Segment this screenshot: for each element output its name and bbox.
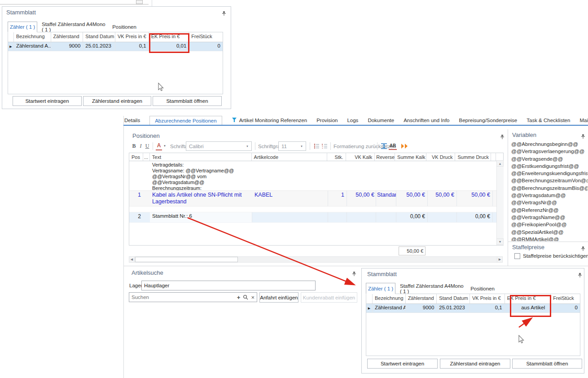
chevron-down-icon[interactable]: ▼ bbox=[300, 145, 303, 148]
tab-positionen[interactable]: Positionen bbox=[470, 284, 495, 293]
column-header[interactable]: Zählerstand bbox=[406, 294, 437, 303]
chevron-down-icon[interactable]: ▼ bbox=[246, 145, 249, 148]
cell-text[interactable]: Vertragdetails: Vertragsname: @@Vertragn… bbox=[150, 161, 252, 190]
cell-summe-druck[interactable]: 50,00 € bbox=[457, 191, 493, 206]
table-row[interactable]: ▶ Zählerstand A... 9000 25.01.2023 0,1 0… bbox=[8, 42, 223, 51]
bold-button[interactable]: B bbox=[131, 141, 137, 150]
cell-stk[interactable] bbox=[328, 212, 347, 222]
cell-stand-datum[interactable]: 25.01.2023 bbox=[437, 304, 470, 312]
pin-icon[interactable] bbox=[500, 133, 505, 141]
anfahrt-einfuegen-button[interactable]: Anfahrt einfügen bbox=[259, 292, 298, 303]
tab-anschriften-und-info[interactable]: Anschriften und Info bbox=[404, 116, 449, 125]
column-header[interactable]: Summe Kalk bbox=[395, 153, 426, 161]
list-item[interactable]: @@VertragsName@@ bbox=[511, 214, 588, 221]
stammblatt-oeffnen-button[interactable]: Stammblatt öffnen bbox=[153, 96, 222, 106]
column-header[interactable]: FreiStück bbox=[189, 32, 223, 42]
cell-reverse[interactable] bbox=[376, 212, 396, 222]
tab-zaehler[interactable]: Zähler ( 1 ) bbox=[366, 283, 395, 294]
cell-freistueck[interactable]: 0 bbox=[189, 42, 223, 51]
column-header[interactable]: Pos bbox=[129, 153, 143, 161]
scroll-left-icon[interactable]: ◀ bbox=[129, 256, 135, 263]
partial-dropdown-button[interactable] bbox=[136, 0, 143, 4]
cell-freistueck[interactable]: 0 bbox=[551, 304, 580, 312]
tab-staffel[interactable]: Staffel Zählerstand A4Mono ( 1 ) bbox=[42, 22, 105, 31]
list-item[interactable]: @@BerechnungszeitraumBis@@ bbox=[511, 185, 588, 192]
column-header[interactable]: ... bbox=[143, 153, 150, 161]
tab-staffel[interactable]: Staffel Zählerstand A4Mono ( 1 ) bbox=[400, 284, 464, 293]
ab-format-button[interactable]: AB bbox=[389, 142, 397, 150]
list-item[interactable]: @@Vertragsdatum@@ bbox=[511, 192, 588, 199]
cell-summe-kalk[interactable]: 0,00 € bbox=[396, 212, 428, 222]
cell-text[interactable]: Stammblatt Nr.: 6 bbox=[150, 212, 252, 222]
vertical-scrollbar[interactable] bbox=[496, 160, 504, 245]
bullet-list-icon[interactable] bbox=[313, 142, 320, 149]
cell-artikelcode[interactable] bbox=[252, 212, 328, 222]
list-item[interactable]: @@VertragsNr@@ bbox=[511, 199, 588, 206]
cell-reverse[interactable]: Standard bbox=[376, 191, 396, 206]
tab-task-checklisten[interactable]: Task & Checklisten bbox=[527, 116, 570, 125]
cell-bezeichnung[interactable]: Zählerstand A... bbox=[14, 42, 51, 51]
staffelpreise-checkbox[interactable] bbox=[514, 253, 520, 259]
scrollbar-thumb[interactable] bbox=[135, 257, 238, 262]
column-header[interactable]: Stand Datum bbox=[83, 32, 115, 42]
list-item[interactable]: @@Erweiterungskuendigungsfrist@@ bbox=[511, 170, 588, 177]
pin-icon[interactable] bbox=[581, 133, 585, 141]
schriftgrad-combobox[interactable]: 11 ▼ bbox=[278, 141, 306, 151]
column-header[interactable]: Stk. bbox=[327, 153, 346, 161]
cell-stand-datum[interactable]: 25.01.2023 bbox=[83, 42, 115, 51]
scroll-up-icon[interactable]: ▲ bbox=[496, 160, 504, 167]
line-spacing-icon[interactable] bbox=[380, 142, 388, 150]
cell-vk-preis[interactable]: 0,1 bbox=[470, 304, 505, 312]
table-row[interactable]: 2 Stammblatt Nr.: 6 0,00 € 0,00 € bbox=[129, 212, 503, 223]
tab-details[interactable]: Details bbox=[124, 116, 140, 125]
lager-input[interactable] bbox=[141, 281, 316, 290]
column-header[interactable]: Bezeichnung bbox=[14, 32, 51, 42]
search-icon[interactable] bbox=[241, 294, 250, 300]
list-item[interactable]: @@BerechnungszeitraumVon@@ bbox=[511, 177, 588, 184]
pin-icon[interactable] bbox=[352, 270, 356, 278]
cell-zaehlerstand[interactable]: 9000 bbox=[406, 304, 437, 312]
column-header[interactable]: VK Druck bbox=[426, 153, 456, 161]
cell-vk-preis[interactable]: 0,1 bbox=[115, 42, 149, 51]
tab-artikel-monitoring-referenzen[interactable]: Artikel Monitoring Referenzen bbox=[232, 116, 307, 125]
tab-positionen[interactable]: Positionen bbox=[112, 22, 136, 31]
column-header[interactable]: VK Preis in € bbox=[115, 32, 149, 42]
list-item[interactable]: @@Abrechnungsbeginn@@ bbox=[511, 141, 588, 148]
tab-bepreisung-sonderpreise[interactable]: Bepreisung/Sonderpreise bbox=[459, 116, 517, 125]
column-header[interactable]: Text bbox=[150, 153, 252, 161]
schriftart-combobox[interactable]: Calibri ▼ bbox=[186, 141, 252, 151]
cell-vk-druck[interactable] bbox=[428, 212, 457, 222]
cell-zaehlerstand[interactable]: 9000 bbox=[51, 42, 83, 51]
cell-summe-kalk[interactable]: 50,00 € bbox=[396, 191, 428, 206]
cell-vk-druck[interactable]: 50,00 € bbox=[428, 191, 457, 206]
list-item[interactable]: @@Erstkuendigungsfrist@@ bbox=[511, 163, 588, 170]
cell-text[interactable]: Kabel als Artikel ohne SN-Pflicht mit La… bbox=[150, 191, 252, 206]
startwert-eintragen-button[interactable]: Startwert eintragen bbox=[13, 96, 82, 106]
column-header[interactable]: Zählerstand bbox=[51, 32, 83, 42]
list-item[interactable]: @@FreikopienPool@@ bbox=[511, 221, 588, 228]
pin-icon[interactable] bbox=[581, 245, 585, 253]
list-item[interactable]: @@Vertragsende@@ bbox=[511, 155, 588, 163]
stammblatt-oeffnen-button[interactable]: Stammblatt öffnen bbox=[512, 359, 582, 369]
column-header[interactable]: VK Preis in € bbox=[470, 294, 505, 303]
table-row[interactable] bbox=[129, 207, 503, 212]
cell-summe-druck[interactable]: 0,00 € bbox=[457, 212, 493, 222]
scroll-right-icon[interactable]: ▶ bbox=[497, 256, 503, 263]
tab-mailvorlage[interactable]: Mailvorlage bbox=[579, 116, 588, 125]
list-item[interactable]: @@Vertragsverlaengerung@@ bbox=[511, 148, 588, 155]
cell-stk[interactable]: 1 bbox=[328, 191, 347, 206]
add-icon[interactable]: + bbox=[236, 294, 242, 301]
tab-provision[interactable]: Provision bbox=[316, 116, 338, 125]
column-header[interactable]: Artikelcode bbox=[252, 153, 327, 161]
column-header[interactable]: FreiStück bbox=[551, 294, 580, 303]
startwert-eintragen-button[interactable]: Startwert eintragen bbox=[367, 359, 438, 369]
column-header[interactable]: VK Kalk bbox=[346, 153, 375, 161]
pin-icon[interactable] bbox=[222, 10, 226, 18]
list-item[interactable]: @@SpezialArtikel@@ bbox=[511, 229, 588, 236]
column-header[interactable]: Bezeichnung bbox=[373, 294, 406, 303]
table-row[interactable]: Vertragdetails: Vertragsname: @@Vertragn… bbox=[129, 161, 503, 191]
pin-icon[interactable] bbox=[578, 272, 582, 280]
list-item[interactable]: @@ReferenzNr@@ bbox=[511, 207, 588, 214]
list-item[interactable]: @@RMMArtikel@@ bbox=[511, 236, 588, 241]
kundenrabatt-einfuegen-button[interactable]: Kundenrabatt einfügen bbox=[301, 292, 357, 303]
